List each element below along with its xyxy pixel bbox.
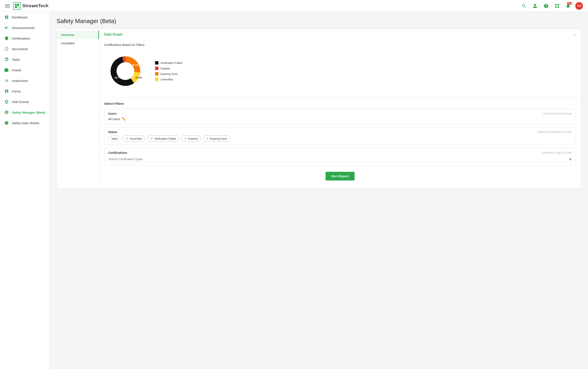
chart-label: Certifications Based On Filters: [104,43,576,47]
chip-check-icon: ✓ [126,137,128,140]
sub-nav: Overview Unverified [57,29,99,188]
users-filter-value: All Users ✏️ [108,117,572,121]
sidebar-item-label: Assets [12,68,21,72]
hamburger-button[interactable] [5,4,10,7]
chip-label: Expired [188,137,198,140]
legend-label: Unverified [161,78,173,81]
svg-text:26.7%: 26.7% [132,64,138,66]
sidebar-item-hse-events[interactable]: HSE Events [0,97,50,107]
chip-expired[interactable]: ✓ Expired [181,135,201,142]
legend-item-verification-failed: Verification Failed [155,61,182,65]
profile-button[interactable] [531,2,539,10]
data-graph-section: Data Graph ⌄ Certifications Based On Fil… [99,29,581,98]
users-filter-current: All Users [108,117,120,121]
legend-color-expired [155,67,158,70]
sidebar-item-inspections[interactable]: Inspections [0,75,50,86]
chart-area: 56.7% 3.3% 26.7% 13.3% [104,50,576,92]
content-layout: Overview Unverified Data Graph ⌄ Certifi… [57,29,581,188]
chip-expiring-soon[interactable]: ✓ Expiring Soon [203,135,230,142]
certifications-icon [4,36,9,41]
filters-section: Select Filters Users Users To Include/Ex… [99,98,581,188]
run-report-button[interactable]: Run Report [326,172,355,180]
data-graph-body: Certifications Based On Filters: [99,40,581,97]
chip-unverified[interactable]: ✓ Unverified [123,135,145,142]
sub-nav-overview[interactable]: Overview [57,31,99,39]
notification-badge: 25+ [567,2,572,5]
chip-verification-failed[interactable]: ✓ Verification Failed [147,135,179,142]
sidebar-item-label: Certifications [12,37,30,40]
chip-label: Valid [111,137,117,140]
chip-label: Unverified [130,137,142,140]
run-report-area: Run Report [104,169,576,184]
sidebar-item-label: Inspections [12,79,28,82]
users-filter-header: Users Users To Include/Exclude [108,112,572,115]
chevron-up-icon: ⌄ [573,32,576,36]
legend-color-unverified [155,78,158,81]
legend-label: Verification Failed [161,61,182,65]
avatar-button[interactable]: SH [575,2,583,10]
clear-search-icon[interactable]: ✕ [569,157,572,162]
logo-area: StreamTech [13,2,49,10]
announcements-icon [4,25,9,30]
top-header: StreamTech 25+ SH [0,0,588,12]
chip-check-icon: ✓ [185,137,187,140]
hse-events-icon [4,100,9,104]
certifications-filter-label: Certifications [108,151,127,154]
sidebar-item-announcements[interactable]: Announcements [0,22,50,33]
users-filter-hint: Users To Include/Exclude [543,112,572,115]
status-filter-header: Status Status Of Certification To Filter [108,130,572,134]
sub-nav-unverified[interactable]: Unverified [57,39,99,48]
svg-rect-2 [15,6,17,8]
certifications-search-input[interactable] [108,156,572,162]
edit-users-icon[interactable]: ✏️ [122,117,126,121]
header-right: 25+ SH [520,2,583,10]
legend-item-unverified: Unverified [155,78,182,81]
sidebar-item-label: Forms [12,90,21,93]
forms-icon [4,89,9,93]
certifications-filter-header: Certifications Certification Types To Fi… [108,151,572,154]
sidebar-item-label: Announcements [12,26,35,30]
documents-icon [4,47,9,51]
data-graph-title: Data Graph [104,33,122,36]
status-chips: Valid ✓ Unverified ✓ Verification Failed [108,135,572,142]
search-button[interactable] [520,2,528,10]
sidebar-item-assets[interactable]: Assets [0,65,50,75]
sidebar-item-label: Dashboard [12,15,27,19]
sidebar-item-documents[interactable]: Documents [0,44,50,54]
sidebar-item-certifications[interactable]: Certifications [0,33,50,44]
legend-color-expiring-soon [155,72,158,76]
certifications-filter-hint: Certification Types To Filter [541,151,572,154]
sidebar-item-forms[interactable]: Forms [0,86,50,97]
chip-label: Expiring Soon [210,137,227,140]
sidebar-item-dashboard[interactable]: Dashboard [0,12,50,22]
users-filter-label: Users [108,112,116,115]
svg-text:13.3%: 13.3% [135,76,142,79]
sidebar-item-safety-data-sheets[interactable]: Safety Data Sheets [0,118,50,128]
sidebar-item-safety-manager[interactable]: Safety Manager (Beta) [0,107,50,118]
main-content: Safety Manager (Beta) Overview Unverifie… [50,12,588,369]
legend-item-expired: Expired [155,67,182,70]
svg-text:56.7%: 56.7% [115,76,121,79]
filters-title: Select Filters [104,102,576,105]
legend-label: Expiring Soon [161,72,178,76]
grid-button[interactable] [553,2,561,10]
legend-label: Expired [161,67,170,70]
notifications-button[interactable]: 25+ [564,2,572,10]
svg-rect-0 [15,4,17,6]
svg-text:3.3%: 3.3% [119,54,124,56]
data-graph-header[interactable]: Data Graph ⌄ [99,29,581,40]
page-title: Safety Manager (Beta) [57,18,581,25]
users-filter-card: Users Users To Include/Exclude All Users… [104,109,576,124]
help-button[interactable] [542,2,550,10]
chip-valid[interactable]: Valid [108,135,121,142]
sidebar-item-tasks[interactable]: Tasks [0,54,50,65]
chip-check-icon: ✓ [150,137,153,140]
sidebar-item-label: HSE Events [12,100,29,104]
sidebar: Dashboard Announcements Certifications D… [0,12,50,369]
chip-check-icon: ✓ [206,137,209,140]
assets-icon [4,68,9,72]
dashboard-icon [4,15,9,20]
safety-data-sheets-icon [4,121,9,125]
status-filter-card: Status Status Of Certification To Filter… [104,127,576,145]
certifications-filter-card: Certifications Certification Types To Fi… [104,148,576,165]
